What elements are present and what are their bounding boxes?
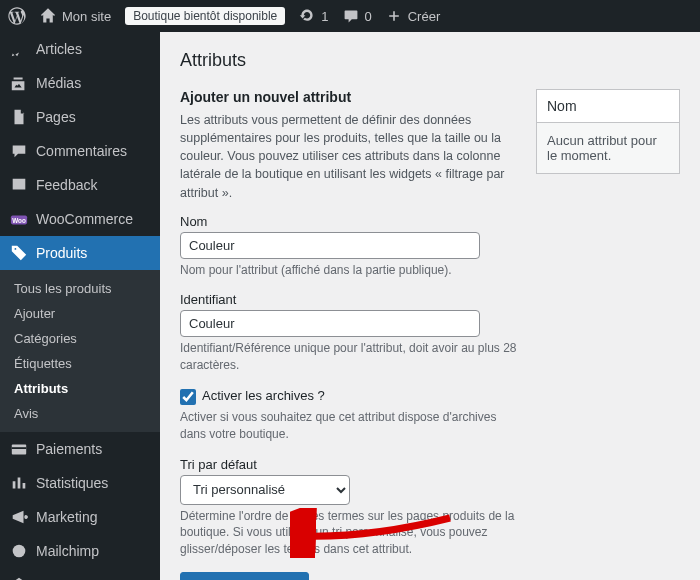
comments-item[interactable]: 0	[343, 8, 372, 24]
sidebar-item-label: Articles	[36, 41, 82, 57]
table-empty-message: Aucun attribut pour le moment.	[536, 122, 680, 174]
sidebar-item-woocommerce[interactable]: WooWooCommerce	[0, 202, 160, 236]
svg-point-4	[13, 545, 26, 558]
attributes-table: Nom Aucun attribut pour le moment.	[536, 89, 680, 580]
sidebar-item-pages[interactable]: Pages	[0, 100, 160, 134]
svg-rect-3	[12, 447, 26, 449]
submenu-item-all[interactable]: Tous les produits	[0, 276, 160, 301]
sidebar-item-comments[interactable]: Commentaires	[0, 134, 160, 168]
sidebar-item-label: Pages	[36, 109, 76, 125]
sidebar-item-label: Produits	[36, 245, 87, 261]
form-intro: Les attributs vous permettent de définir…	[180, 111, 520, 202]
sidebar-item-apparence[interactable]: Apparence	[0, 568, 160, 580]
comment-count: 0	[365, 9, 372, 24]
submenu-item-categories[interactable]: Catégories	[0, 326, 160, 351]
slug-input[interactable]	[180, 310, 480, 337]
sidebar-item-stats[interactable]: Statistiques	[0, 466, 160, 500]
sidebar-item-label: Commentaires	[36, 143, 127, 159]
sidebar-item-label: Statistiques	[36, 475, 108, 491]
submenu-item-add[interactable]: Ajouter	[0, 301, 160, 326]
admin-wrap: Articles Médias Pages Commentaires Feedb…	[0, 32, 700, 580]
svg-text:Woo: Woo	[12, 217, 26, 224]
add-attribute-form: Ajouter un nouvel attribut Les attributs…	[180, 89, 520, 580]
archive-label: Activer les archives ?	[202, 388, 325, 403]
svg-rect-2	[12, 445, 26, 455]
sidebar-item-label: Paiements	[36, 441, 102, 457]
sidebar-item-label: Marketing	[36, 509, 97, 525]
create-label: Créer	[408, 9, 441, 24]
archive-checkbox[interactable]	[180, 389, 196, 405]
form-title: Ajouter un nouvel attribut	[180, 89, 520, 105]
name-hint: Nom pour l'attribut (affiché dans la par…	[180, 262, 520, 279]
site-home[interactable]: Mon site	[40, 8, 111, 24]
sidebar-item-feedback[interactable]: Feedback	[0, 168, 160, 202]
sidebar-item-label: Mailchimp	[36, 543, 99, 559]
refresh-item[interactable]: 1	[299, 8, 328, 24]
sidebar-item-articles[interactable]: Articles	[0, 32, 160, 66]
sidebar-item-label: WooCommerce	[36, 211, 133, 227]
sidebar-item-marketing[interactable]: Marketing	[0, 500, 160, 534]
sidebar-item-label: Feedback	[36, 177, 97, 193]
table-header-name: Nom	[536, 89, 680, 122]
create-item[interactable]: Créer	[386, 8, 441, 24]
store-status-label: Boutique bientôt disponible	[125, 7, 285, 25]
name-label: Nom	[180, 214, 520, 229]
store-status-badge[interactable]: Boutique bientôt disponible	[125, 7, 285, 25]
sidebar-item-produits[interactable]: Produits	[0, 236, 160, 270]
wp-logo[interactable]	[8, 7, 26, 25]
name-input[interactable]	[180, 232, 480, 259]
slug-label: Identifiant	[180, 292, 520, 307]
sort-label: Tri par défaut	[180, 457, 520, 472]
submit-button[interactable]: Ajouter un attribut	[180, 572, 309, 580]
submenu-item-tags[interactable]: Étiquettes	[0, 351, 160, 376]
main-content: Attributs Ajouter un nouvel attribut Les…	[160, 32, 700, 580]
sidebar-item-media[interactable]: Médias	[0, 66, 160, 100]
admin-toolbar: Mon site Boutique bientôt disponible 1 0…	[0, 0, 700, 32]
sidebar-submenu-produits: Tous les produits Ajouter Catégories Éti…	[0, 270, 160, 432]
sidebar-item-mailchimp[interactable]: Mailchimp	[0, 534, 160, 568]
sidebar-item-label: Médias	[36, 75, 81, 91]
slug-hint: Identifiant/Référence unique pour l'attr…	[180, 340, 520, 374]
sort-select[interactable]: Tri personnalisé	[180, 475, 350, 505]
submenu-item-reviews[interactable]: Avis	[0, 401, 160, 426]
page-title: Attributs	[180, 50, 680, 71]
site-name-label: Mon site	[62, 9, 111, 24]
archive-hint: Activer si vous souhaitez que cet attrib…	[180, 409, 520, 443]
sort-hint: Détermine l'ordre de tri des termes sur …	[180, 508, 520, 558]
admin-sidebar: Articles Médias Pages Commentaires Feedb…	[0, 32, 160, 580]
submenu-item-attributes[interactable]: Attributs	[0, 376, 160, 401]
refresh-count: 1	[321, 9, 328, 24]
sidebar-item-paiements[interactable]: Paiements	[0, 432, 160, 466]
